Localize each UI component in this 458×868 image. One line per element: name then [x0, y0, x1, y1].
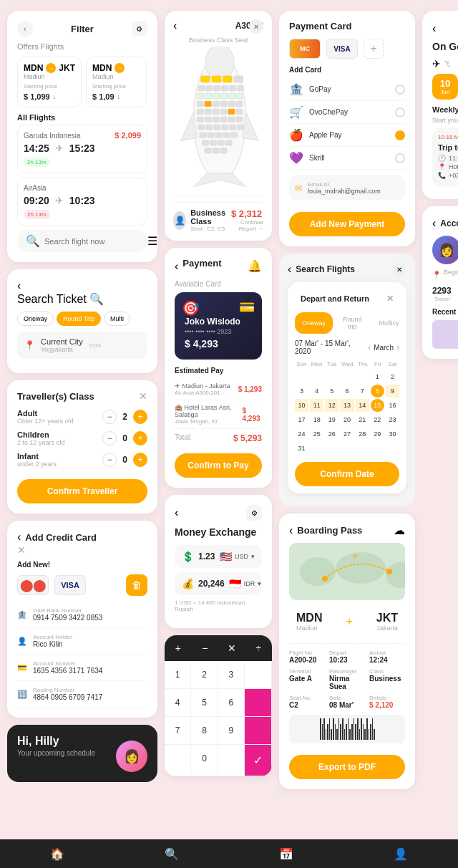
cal-empty-0-2[interactable] — [325, 370, 338, 383]
search-input[interactable] — [44, 237, 143, 246]
cal-day-5[interactable]: 5 — [325, 385, 338, 397]
traveller-close-btn[interactable]: ✕ — [139, 390, 147, 402]
filter-settings-icon[interactable]: ⚙ — [132, 21, 147, 37]
cal-day-21[interactable]: 21 — [356, 413, 369, 426]
cal-day-31[interactable]: 31 — [295, 442, 308, 455]
gopay-radio[interactable] — [395, 85, 405, 95]
numpad-7[interactable]: 7 — [165, 717, 191, 745]
route-card-2[interactable]: MDN → Madiun Starting price $ 1,09 ↓ — [86, 57, 147, 107]
date-item-1[interactable]: 10 Jan — [432, 74, 458, 100]
cal-day-17[interactable]: 17 — [295, 413, 308, 426]
money-back-btn[interactable]: ‹ — [175, 506, 178, 519]
cal-day-3[interactable]: 3 — [295, 385, 308, 397]
payment-method-applepay[interactable]: 🍎 Apple Pay — [289, 124, 405, 147]
cal-day-10[interactable]: 10 — [295, 399, 308, 412]
add-new-card-btn[interactable]: + — [364, 39, 384, 59]
numpad-confirm[interactable]: ✓ — [245, 745, 272, 776]
cal-day-28[interactable]: 28 — [356, 428, 369, 440]
add-credit-back[interactable]: ‹ — [17, 531, 21, 544]
current-dropdown-icon[interactable]: ▾ — [251, 553, 255, 560]
search-flights-back[interactable]: ‹ — [288, 263, 291, 276]
confirm-traveller-btn[interactable]: Confirm Traveller — [17, 479, 147, 503]
infant-plus-btn[interactable]: + — [133, 453, 147, 467]
trip-card-mini[interactable]: 10-18 Mar Trip to Bali, Indonesia 🕐 11:2… — [432, 128, 458, 186]
depart-close-icon[interactable]: ✕ — [386, 294, 394, 304]
bp-back-btn[interactable]: ‹ — [289, 524, 293, 537]
cal-day-7[interactable]: 7 — [356, 385, 369, 397]
seat-close-btn[interactable]: ✕ — [249, 19, 263, 34]
confirm-pay-btn[interactable]: Confirm to Pay — [175, 453, 262, 478]
next-month-arrow[interactable]: › — [396, 342, 399, 352]
cal-day-20[interactable]: 20 — [340, 413, 354, 426]
cal-day-25[interactable]: 25 — [310, 428, 323, 440]
numpad-9[interactable]: 9 — [218, 717, 245, 745]
numpad-1[interactable]: 1 — [165, 661, 191, 689]
cal-day-30[interactable]: 30 — [386, 428, 399, 440]
cal-day-1[interactable]: 1 — [371, 370, 384, 383]
ongoing-back-btn[interactable]: ‹ — [432, 22, 436, 35]
cal-empty-0-0[interactable] — [295, 370, 308, 383]
nav-search-icon[interactable]: 🔍 — [165, 847, 179, 861]
search-ticket-search-icon[interactable]: 🔍 — [89, 293, 104, 305]
search-row[interactable]: 🔍 ☰ — [17, 230, 147, 252]
payment-method-ovochepay[interactable]: 🛒 OvoChePay — [289, 101, 405, 124]
account-back-btn[interactable]: ‹ — [432, 217, 436, 230]
seat-back-btn[interactable]: ‹ — [173, 19, 177, 32]
cal-empty-0-1[interactable] — [310, 370, 323, 383]
cal-day-2[interactable]: 2 — [386, 370, 399, 383]
cal-day-9[interactable]: 9 — [386, 385, 399, 397]
cal-empty-0-3[interactable] — [340, 370, 354, 383]
payment-method-gopay[interactable]: 🏦 GoPay — [289, 78, 405, 101]
tab-multicity-popup[interactable]: Multicy — [372, 312, 406, 334]
filter-back-btn[interactable]: ‹ — [17, 21, 33, 37]
cal-day-12[interactable]: 12 — [325, 399, 338, 412]
cal-day-24[interactable]: 24 — [295, 428, 308, 440]
tab-oneway[interactable]: Oneway — [17, 312, 54, 326]
skrill-radio[interactable] — [395, 153, 405, 163]
cal-day-23[interactable]: 23 — [386, 413, 399, 426]
cal-day-18[interactable]: 18 — [310, 413, 323, 426]
cal-day-16[interactable]: 16 — [386, 399, 399, 412]
prev-month-arrow[interactable]: ‹ — [368, 342, 371, 352]
cal-day-15[interactable]: 15 — [371, 399, 384, 412]
flight-item-2[interactable]: AirAsia 09:20 ✈ 10:23 2h 13m — [17, 178, 147, 226]
confirm-date-btn[interactable]: Confirm Date — [295, 462, 399, 486]
cal-day-19[interactable]: 19 — [325, 413, 338, 426]
add-credit-close[interactable]: ✕ — [17, 544, 26, 556]
cal-day-26[interactable]: 26 — [325, 428, 338, 440]
numpad-3[interactable]: 3 — [218, 661, 245, 689]
target-dropdown-icon[interactable]: ▾ — [258, 580, 261, 587]
nav-home-icon[interactable]: 🏠 — [50, 847, 64, 861]
numpad-5[interactable]: 5 — [191, 689, 218, 717]
route-card-1[interactable]: MDN → JKT Madiun Starting price $ 1,099 … — [17, 57, 82, 107]
numpad-6[interactable]: 6 — [218, 689, 245, 717]
search-flights-close[interactable]: ✕ — [392, 262, 406, 276]
tab-multi[interactable]: Multi — [104, 312, 130, 326]
money-filter-icon[interactable]: ⚙ — [246, 505, 262, 521]
adult-plus-btn[interactable]: + — [133, 410, 147, 424]
children-plus-btn[interactable]: + — [133, 431, 147, 445]
numpad-8[interactable]: 8 — [191, 717, 218, 745]
saved-visa-card[interactable]: VISA — [326, 39, 358, 59]
numpad-4[interactable]: 4 — [165, 689, 191, 717]
cal-day-22[interactable]: 22 — [371, 413, 384, 426]
add-payment-btn[interactable]: Add New Payment — [289, 212, 405, 236]
cal-day-14[interactable]: 14 — [356, 399, 369, 412]
adult-minus-btn[interactable]: − — [102, 410, 117, 424]
numpad-multiply[interactable]: ✕ — [218, 635, 245, 661]
numpad-divide[interactable]: ÷ — [245, 635, 273, 661]
payment-back-btn[interactable]: ‹ — [175, 260, 178, 273]
children-minus-btn[interactable]: − — [102, 431, 117, 445]
ovochepay-radio[interactable] — [395, 107, 405, 117]
flight-item-1[interactable]: Garuda Indonesia $ 2,099 14:25 ✈ 15:23 2… — [17, 125, 147, 173]
tab-oneway-popup[interactable]: Oneway — [295, 312, 333, 334]
cal-day-27[interactable]: 27 — [340, 428, 354, 440]
cal-day-13[interactable]: 13 — [340, 399, 354, 412]
search-ticket-back[interactable]: ‹ — [17, 279, 147, 292]
numpad-2[interactable]: 2 — [191, 661, 218, 689]
nav-profile-icon[interactable]: 👤 — [394, 847, 408, 861]
export-pdf-btn[interactable]: Export to PDF — [289, 755, 405, 779]
cal-day-11[interactable]: 11 — [310, 399, 323, 412]
infant-minus-btn[interactable]: − — [102, 453, 117, 467]
numpad-add[interactable]: + — [165, 635, 192, 661]
